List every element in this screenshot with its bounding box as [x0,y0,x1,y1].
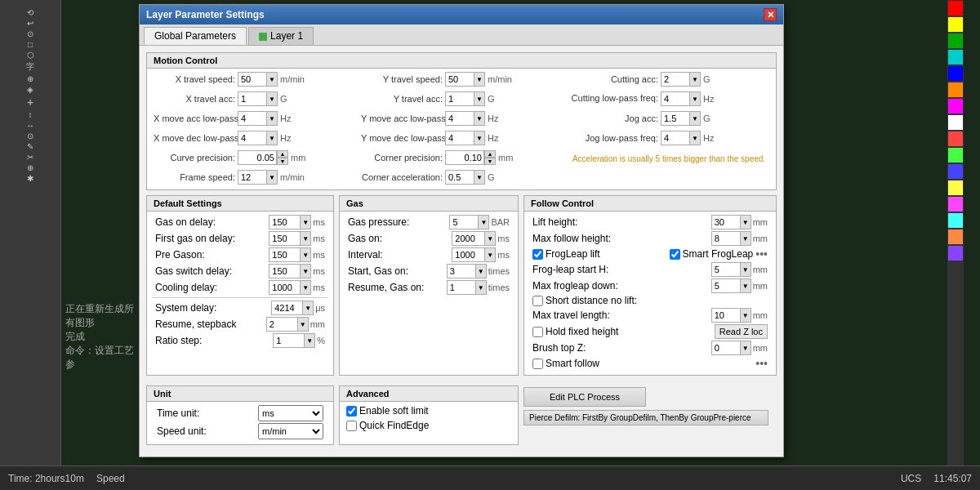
tab-global-parameters[interactable]: Global Parameters [144,27,247,45]
unit-section: Unit Time unit: ms s Speed unit: m/min [146,385,334,445]
frogleap-lift-checkbox[interactable] [532,249,543,260]
x-travel-speed-row: X travel speed: 50 ▼ m/min [154,72,354,87]
start-gas-on-row: Start, Gas on: 3 ▼ times [345,264,513,278]
smart-follow-menu[interactable]: ••• [755,357,768,370]
gas-pressure-arrow[interactable]: ▼ [478,215,489,229]
x-move-dec-lowpass-arrow[interactable]: ▼ [266,131,278,145]
gas-on-arrow[interactable]: ▼ [484,231,496,246]
interval-row: Interval: 1000 ▼ ms [345,247,513,262]
cutting-lowpass-arrow[interactable]: ▼ [689,91,701,106]
follow-control-title: Follow Control [524,196,776,212]
system-delay-input[interactable]: 4214 ▼ [271,301,314,315]
short-distance-checkbox[interactable] [532,296,543,306]
ratio-step-input[interactable]: 1 ▼ [273,333,315,348]
smart-frogleap-checkbox[interactable] [670,249,680,260]
y-travel-acc-arrow[interactable]: ▼ [474,91,485,106]
smart-follow-checkbox[interactable] [532,359,543,369]
edit-plc-button[interactable]: Edit PLC Process [523,387,646,407]
system-delay-arrow[interactable]: ▼ [302,301,314,315]
hold-fixed-height-checkbox[interactable] [532,327,543,337]
y-move-acc-lowpass-arrow[interactable]: ▼ [474,111,485,126]
lift-height-arrow[interactable]: ▼ [740,215,751,229]
y-move-dec-lowpass-arrow[interactable]: ▼ [474,131,485,145]
gas-switch-delay-arrow[interactable]: ▼ [300,264,311,278]
smart-frogleap-menu[interactable]: ••• [755,247,768,261]
gas-on-delay-arrow[interactable]: ▼ [300,215,311,229]
x-travel-acc-input[interactable]: 1 ▼ [238,91,278,106]
jog-lowpass-freq-input[interactable]: 4 ▼ [661,131,701,145]
interval-input[interactable]: 1000 ▼ [452,247,496,262]
x-travel-speed-arrow[interactable]: ▼ [266,72,278,87]
pre-gason-input[interactable]: 150 ▼ [269,247,311,262]
resume-stepback-arrow[interactable]: ▼ [297,317,309,332]
curve-precision-down[interactable]: ▼ [277,158,288,165]
close-button[interactable]: ✕ [764,8,777,21]
y-move-dec-lowpass-input[interactable]: 4 ▼ [445,131,485,145]
x-travel-acc-row: X travel acc: 1 ▼ G [154,91,354,106]
interval-arrow[interactable]: ▼ [484,247,496,262]
jog-lowpass-freq-arrow[interactable]: ▼ [689,131,701,145]
gas-on-input[interactable]: 2000 ▼ [452,231,496,246]
gas-switch-delay-input[interactable]: 150 ▼ [269,264,311,278]
frame-speed-arrow[interactable]: ▼ [266,170,278,185]
y-travel-speed-input[interactable]: 50 ▼ [445,72,485,87]
max-follow-height-input[interactable]: 8 ▼ [711,231,751,246]
corner-precision-input[interactable] [445,150,484,165]
brush-top-z-arrow[interactable]: ▼ [740,341,751,355]
curve-precision-up[interactable]: ▲ [277,150,288,158]
x-move-acc-lowpass-row: X move acc low-pass: 4 ▼ Hz [154,111,354,126]
dialog-tabs: Global Parameters Layer 1 [140,24,783,46]
start-gas-on-arrow[interactable]: ▼ [475,264,487,278]
x-move-acc-lowpass-arrow[interactable]: ▼ [266,111,278,126]
max-frogleap-down-input[interactable]: 5 ▼ [711,278,751,293]
max-follow-height-arrow[interactable]: ▼ [740,231,751,246]
y-travel-acc-input[interactable]: 1 ▼ [445,91,485,106]
first-gas-on-delay-arrow[interactable]: ▼ [300,231,311,246]
read-z-loc-button[interactable]: Read Z loc [715,324,768,339]
resume-stepback-input[interactable]: 2 ▼ [266,317,309,332]
x-move-dec-lowpass-input[interactable]: 4 ▼ [238,131,278,145]
corner-precision-up[interactable]: ▲ [484,150,496,158]
resume-gas-on-arrow[interactable]: ▼ [475,280,487,295]
cutting-acc-input[interactable]: 2 ▼ [661,72,701,87]
ratio-step-arrow[interactable]: ▼ [304,333,315,348]
jog-acc-arrow[interactable]: ▼ [689,111,701,126]
pierce-defilm-button[interactable]: Pierce Defilm: FirstBy GroupDefilm, Then… [523,410,768,425]
pre-gason-arrow[interactable]: ▼ [300,247,311,262]
cutting-lowpass-input[interactable]: 4 ▼ [661,91,701,106]
start-gas-on-input[interactable]: 3 ▼ [447,264,487,278]
corner-acceleration-arrow[interactable]: ▼ [474,170,485,185]
color-palette [947,0,964,490]
first-gas-on-delay-input[interactable]: 150 ▼ [269,231,311,246]
x-travel-speed-input[interactable]: 50 ▼ [238,72,278,87]
y-travel-speed-arrow[interactable]: ▼ [474,72,485,87]
max-travel-arrow[interactable]: ▼ [740,308,751,323]
corner-acceleration-input[interactable]: 0.5 ▼ [445,170,485,185]
speed-unit-select[interactable]: m/min mm/s [258,423,323,439]
cutting-acc-arrow[interactable]: ▼ [689,72,701,87]
lift-height-input[interactable]: 30 ▼ [711,215,751,229]
x-travel-acc-arrow[interactable]: ▼ [266,91,278,106]
resume-gas-on-input[interactable]: 1 ▼ [447,280,487,295]
x-move-acc-lowpass-input[interactable]: 4 ▼ [238,111,278,126]
time-unit-select[interactable]: ms s [258,405,323,421]
max-frogleap-down-arrow[interactable]: ▼ [740,278,751,293]
gas-pressure-input[interactable]: 5 ▼ [449,215,489,229]
gas-on-row: Gas on: 2000 ▼ ms [345,231,513,246]
gas-on-delay-input[interactable]: 150 ▼ [269,215,311,229]
gas-title: Gas [340,196,518,212]
tab-layer1[interactable]: Layer 1 [248,27,314,45]
frog-leap-start-input[interactable]: 5 ▼ [711,262,751,277]
enable-soft-limit-checkbox[interactable] [346,406,357,416]
quick-findedge-checkbox[interactable] [346,421,357,431]
brush-top-z-input[interactable]: 0 ▼ [711,341,751,355]
jog-acc-input[interactable]: 1.5 ▼ [661,111,701,126]
frame-speed-input[interactable]: 12 ▼ [238,170,278,185]
corner-precision-down[interactable]: ▼ [484,158,496,165]
cooling-delay-input[interactable]: 1000 ▼ [269,280,311,295]
cooling-delay-arrow[interactable]: ▼ [300,280,311,295]
y-move-acc-lowpass-input[interactable]: 4 ▼ [445,111,485,126]
max-travel-input[interactable]: 10 ▼ [711,308,751,323]
frog-leap-start-arrow[interactable]: ▼ [740,262,751,277]
curve-precision-input[interactable] [238,150,277,165]
